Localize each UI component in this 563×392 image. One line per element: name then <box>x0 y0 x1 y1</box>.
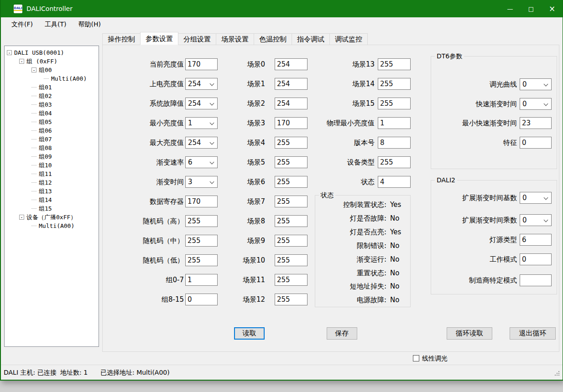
tab-2[interactable]: 分组设置 <box>178 33 216 45</box>
loop-read-button[interactable]: 循环读取 <box>447 327 492 340</box>
dali2-select[interactable]: 0 <box>520 214 552 226</box>
device-tree[interactable]: -DALI USB(0001)-组 (0xFF)-组00Multi(A00)组0… <box>4 46 99 347</box>
tree-expander-icon[interactable]: - <box>7 50 12 55</box>
tab-0[interactable]: 操作控制 <box>102 33 141 45</box>
tree-item[interactable]: 组10 <box>5 161 99 170</box>
tree-item[interactable]: 组13 <box>5 187 99 196</box>
tree-item[interactable]: 组15 <box>5 204 99 213</box>
status-row-label: 重置状态: <box>316 268 386 278</box>
tree-expander-icon[interactable]: - <box>19 59 24 64</box>
tree-item[interactable]: 组06 <box>5 126 99 135</box>
read-button[interactable]: 读取 <box>234 327 265 340</box>
tab-4[interactable]: 色温控制 <box>254 33 292 45</box>
param-col3-input[interactable] <box>378 98 411 109</box>
tab-5[interactable]: 指令调试 <box>292 33 330 45</box>
tree-item-label: Multi(A00) <box>51 74 87 83</box>
tree-item[interactable]: 组11 <box>5 170 99 178</box>
param-col1-input[interactable] <box>185 58 218 70</box>
menu-item-0[interactable]: 文件(F) <box>5 17 39 31</box>
dali2-select[interactable]: 0 <box>520 192 552 204</box>
dt6-select-value: 0 <box>522 79 527 90</box>
tree-item[interactable]: 组05 <box>5 118 99 126</box>
tree-item[interactable]: 组02 <box>5 92 99 100</box>
minimize-button[interactable]: — <box>500 0 521 17</box>
tab-6[interactable]: 调试监控 <box>329 33 368 45</box>
tree-item[interactable]: 组08 <box>5 144 99 152</box>
close-button[interactable]: × <box>542 0 563 17</box>
dt6-select-value: 0 <box>522 98 527 109</box>
tree-item[interactable]: -设备（广播0xFF） <box>5 213 99 222</box>
exit-loop-button[interactable]: 退出循环 <box>510 327 556 340</box>
param-col2-label: 场景5 <box>215 156 265 168</box>
param-col1-select[interactable]: 3 <box>185 176 218 188</box>
param-col1-label: 上电亮度值 <box>106 78 184 90</box>
param-col1-input[interactable] <box>185 294 218 305</box>
menu-item-1[interactable]: 工具(T) <box>39 17 72 31</box>
param-col3-input[interactable] <box>378 117 411 129</box>
dali2-input[interactable] <box>520 234 552 246</box>
tab-1[interactable]: 参数设置 <box>140 32 178 45</box>
dali2-input[interactable] <box>520 253 552 265</box>
tree-connector-icon <box>31 130 36 131</box>
menu-bar: 文件(F)工具(T)帮助(H) <box>1 17 563 31</box>
param-col1-select[interactable]: 1 <box>185 117 218 129</box>
tree-item[interactable]: 组01 <box>5 83 99 92</box>
app-icon-text: DALI <box>14 6 22 11</box>
param-col3-input[interactable] <box>378 137 411 149</box>
tree-item[interactable]: -组 (0xFF) <box>5 57 99 66</box>
param-col1-select[interactable]: 254 <box>185 137 218 149</box>
dt6-groupbox-title: DT6参数 <box>435 52 464 60</box>
dali2-label: 扩展渐变时间基数 <box>433 192 517 204</box>
option-strip: 线性调光 <box>1 352 563 365</box>
tree-item-label: 组03 <box>39 100 52 109</box>
param-col3-input[interactable] <box>378 58 411 70</box>
tab-3[interactable]: 场景设置 <box>216 33 254 45</box>
param-col1-select[interactable]: 6 <box>185 156 218 168</box>
param-col2-input[interactable] <box>275 294 308 305</box>
param-col1-input[interactable] <box>185 254 218 266</box>
tree-item[interactable]: -DALI USB(0001) <box>5 48 99 57</box>
param-col2-input[interactable] <box>275 254 308 266</box>
linear-dimming-checkbox[interactable] <box>413 355 419 361</box>
param-col1-input[interactable] <box>185 196 218 207</box>
param-col1-input[interactable] <box>185 235 218 247</box>
tree-item[interactable]: -组00 <box>5 66 99 74</box>
tree-expander-icon[interactable]: - <box>31 67 36 72</box>
tree-connector-icon <box>31 226 36 226</box>
maximize-button[interactable]: □ <box>521 0 542 17</box>
param-col2-label: 场景3 <box>215 117 265 129</box>
tree-item[interactable]: 组14 <box>5 196 99 204</box>
dt6-select[interactable]: 0 <box>520 98 552 110</box>
tree-item[interactable]: 组12 <box>5 178 99 187</box>
save-button[interactable]: 保存 <box>327 327 357 340</box>
param-col1-select[interactable]: 254 <box>185 78 218 90</box>
param-col2-input[interactable] <box>275 274 308 286</box>
resize-grip-icon[interactable] <box>555 371 560 377</box>
dt6-input[interactable] <box>520 137 552 149</box>
status-row-value: No <box>390 295 399 305</box>
param-col2-input[interactable] <box>275 215 308 227</box>
tree-item[interactable]: 组07 <box>5 135 99 144</box>
status-row-value: No <box>390 241 399 251</box>
tree-connector-icon <box>31 156 36 157</box>
tree-item[interactable]: 组04 <box>5 109 99 118</box>
param-col1-label: 组0-7 <box>106 274 184 286</box>
app-icon: DALI <box>14 5 22 13</box>
param-col2-input[interactable] <box>275 196 308 207</box>
dt6-select[interactable]: 0 <box>520 78 552 90</box>
menu-item-2[interactable]: 帮助(H) <box>72 17 106 31</box>
param-col1-input[interactable] <box>185 274 218 286</box>
dali2-input[interactable] <box>520 274 552 286</box>
tree-item[interactable]: 组03 <box>5 100 99 109</box>
param-col3-input[interactable] <box>378 176 411 188</box>
param-col1-select[interactable]: 254 <box>185 98 218 109</box>
param-col3-input[interactable] <box>378 78 411 90</box>
tree-expander-icon[interactable]: - <box>19 215 24 220</box>
tree-item[interactable]: 组09 <box>5 152 99 161</box>
tree-item[interactable]: Multi(A00) <box>5 74 99 83</box>
param-col1-input[interactable] <box>185 215 218 227</box>
param-col2-input[interactable] <box>275 235 308 247</box>
tree-item[interactable]: Multi(A00) <box>5 222 99 230</box>
dt6-input[interactable] <box>520 117 552 129</box>
param-col3-input[interactable] <box>378 156 411 168</box>
